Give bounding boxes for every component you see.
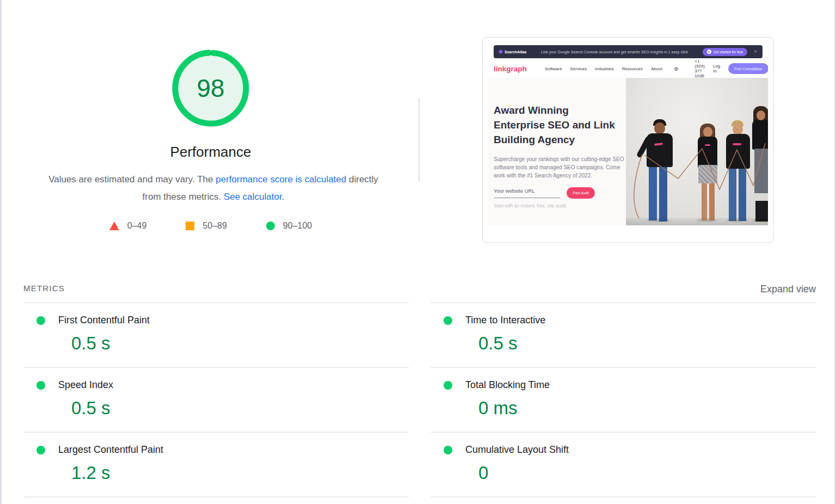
banner-cta-button: G Get started for free: [703, 48, 748, 56]
searchatlas-brand: SearchAtlas: [499, 50, 526, 54]
searchatlas-logo-icon: [499, 50, 503, 54]
nav-item-resources: Resources: [622, 66, 643, 71]
metric-value: 1.2 s: [71, 463, 409, 483]
performance-score: 98: [169, 46, 253, 130]
google-icon: G: [707, 50, 711, 54]
metric-pass-icon: [444, 316, 452, 325]
legend-fail: 0–49: [109, 221, 147, 231]
section-divider: [419, 98, 420, 181]
metric-value: 0.5 s: [478, 333, 816, 354]
metric-pass-icon: [444, 381, 452, 390]
screenshot-bottom-margin: [488, 225, 768, 237]
nav-item-services: Services: [570, 66, 587, 71]
metric-pass-icon: [36, 446, 45, 454]
metric-speed-index: Speed Index 0.5 s: [23, 368, 409, 433]
banner-message: Link your Google Search Console account …: [531, 50, 698, 54]
pass-circle-icon: [266, 222, 275, 230]
expand-view-button[interactable]: Expand view: [760, 284, 816, 302]
metrics-header: METRICS: [23, 282, 409, 303]
website-url-input: Your website URL: [494, 188, 560, 198]
metrics-header-right: Expand view: [431, 282, 816, 303]
metric-value: 0 ms: [478, 398, 816, 419]
see-calculator-link[interactable]: See calculator.: [224, 192, 285, 202]
hero-body-text: Supercharge your rankings with our cutti…: [494, 155, 625, 180]
banner-cta-label: Get started for free: [714, 50, 743, 54]
banner-close-icon: ✕: [754, 50, 757, 54]
metric-cls: Cumulative Layout Shift 0: [431, 433, 816, 497]
screenshot-promo-banner: SearchAtlas Link your Google Search Cons…: [494, 45, 763, 58]
score-description: Values are estimated and may vary. The p…: [42, 171, 385, 206]
metric-value: 0.5 s: [71, 333, 409, 354]
nav-login: Log In: [713, 64, 720, 73]
metric-pass-icon: [444, 446, 452, 454]
metric-lcp: Largest Contentful Paint 1.2 s: [23, 433, 409, 497]
metric-label: Time to Interactive: [465, 315, 545, 326]
linkgraph-logo: linkgraph: [494, 65, 527, 73]
hero-heading: Award Winning Enterprise SEO and Link Bu…: [494, 103, 620, 147]
score-calculation-link[interactable]: performance score is calculated: [216, 174, 346, 185]
site-screenshot: SearchAtlas Link your Google Search Cons…: [488, 43, 768, 237]
score-legend: 0–49 50–89 90–100: [47, 221, 374, 231]
metric-label: First Contentful Paint: [58, 315, 150, 326]
free-consultation-button: Free Consultation: [728, 63, 768, 74]
metric-fcp: First Contentful Paint 0.5 s: [23, 303, 409, 368]
average-square-icon: [186, 222, 194, 230]
legend-average: 50–89: [186, 221, 227, 231]
hero-heading-line1: Award Winning: [494, 103, 620, 118]
searchatlas-brand-label: SearchAtlas: [505, 50, 526, 54]
metric-label: Total Blocking Time: [465, 379, 550, 391]
lighthouse-report: 98 Performance Values are estimated and …: [0, 0, 836, 504]
legend-average-range: 50–89: [202, 221, 227, 231]
globe-icon: ⊕: [674, 66, 678, 72]
metric-label: Speed Index: [58, 379, 113, 391]
hero-audit-form: Your website URL Free Audit: [494, 187, 620, 199]
legend-fail-range: 0–49: [127, 221, 147, 231]
hero-note-text: Start with an instant, free, site audit.: [494, 203, 620, 208]
free-audit-button: Free Audit: [567, 187, 595, 199]
performance-title: Performance: [47, 144, 374, 161]
photo-floor: [626, 218, 768, 225]
metric-value: 0: [478, 463, 816, 483]
hero-copy: Award Winning Enterprise SEO and Link Bu…: [488, 78, 626, 225]
desc-text-1: Values are estimated and may vary. The: [48, 174, 216, 185]
nav-item-software: Software: [545, 66, 562, 71]
fail-triangle-icon: [109, 222, 119, 230]
metric-label: Cumulative Layout Shift: [465, 444, 569, 456]
metric-pass-icon: [36, 316, 45, 325]
jump-rope-icon: [626, 78, 768, 225]
nav-item-about: About: [651, 66, 662, 71]
performance-gauge: 98: [169, 46, 253, 130]
metrics-section: METRICS Expand view First Contentful Pai…: [23, 282, 816, 497]
nav-item-industries: Industries: [595, 66, 614, 71]
metric-value: 0.5 s: [71, 398, 409, 419]
screenshot-navbar: linkgraph Software Services Industries R…: [494, 59, 763, 78]
hero-team-photo: [626, 78, 768, 225]
hero-heading-line3: Building Agency: [494, 132, 620, 147]
metric-label: Largest Contentful Paint: [58, 444, 163, 456]
metric-tbt: Total Blocking Time 0 ms: [431, 368, 816, 433]
nav-phone-number: +1 (929) 377 1035: [694, 59, 705, 78]
legend-pass-range: 90–100: [283, 221, 312, 231]
hero-heading-line2: Enterprise SEO and Link: [494, 118, 620, 132]
final-screenshot-card: SearchAtlas Link your Google Search Cons…: [482, 37, 774, 243]
metric-tti: Time to Interactive 0.5 s: [431, 303, 816, 368]
metric-pass-icon: [36, 381, 45, 390]
legend-pass: 90–100: [266, 221, 312, 231]
screenshot-hero: Award Winning Enterprise SEO and Link Bu…: [488, 78, 768, 225]
